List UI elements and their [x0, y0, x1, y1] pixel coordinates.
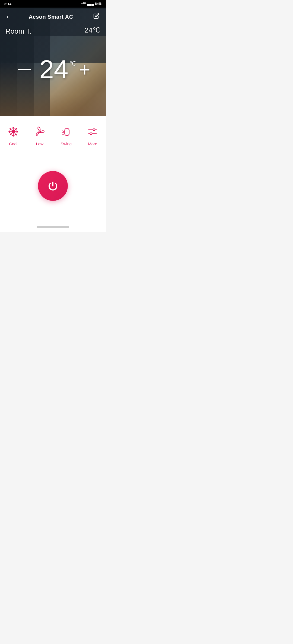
controls-section: Cool Low: [0, 116, 106, 154]
temperature-control-row: 24 ℃ +: [0, 56, 106, 82]
control-low[interactable]: Low: [28, 123, 51, 148]
power-section: [0, 154, 106, 224]
header: ‹ Acson Smart AC: [0, 8, 106, 26]
control-swing[interactable]: Swing: [55, 123, 78, 148]
room-temp-label: Room T.: [5, 27, 31, 36]
edit-button[interactable]: [92, 12, 100, 22]
header-title: Acson Smart AC: [29, 14, 73, 20]
svg-point-21: [39, 131, 41, 133]
power-button[interactable]: [38, 171, 68, 201]
control-cool[interactable]: Cool: [2, 123, 25, 148]
svg-point-29: [90, 133, 92, 135]
time-display: 3:14: [4, 2, 11, 6]
control-more[interactable]: More: [81, 123, 104, 148]
hero-section: ‹ Acson Smart AC Room T. 24℃ 24 ℃ +: [0, 8, 106, 116]
cool-label: Cool: [9, 141, 17, 146]
bottom-indicator: [0, 224, 106, 232]
svg-rect-22: [65, 128, 69, 136]
room-temp-value: 24℃: [85, 26, 100, 34]
edit-icon: [93, 13, 99, 19]
signal-icon: ▄▄▄: [87, 2, 94, 6]
svg-line-23: [63, 131, 64, 132]
sliders-icon: [85, 125, 100, 139]
home-indicator: [37, 226, 69, 228]
temp-decrease-button[interactable]: [13, 66, 37, 73]
cool-icon: [6, 125, 20, 139]
swing-label: Swing: [60, 141, 72, 146]
power-icon: [46, 179, 60, 193]
back-button[interactable]: ‹: [5, 12, 9, 21]
temp-increase-button[interactable]: +: [76, 61, 93, 78]
temp-number: 24: [39, 56, 68, 82]
more-label: More: [88, 141, 97, 146]
temp-display: 24 ℃: [39, 56, 76, 82]
status-icons: +⁴ᴳ ▄▄▄ 64%: [81, 2, 101, 6]
svg-line-25: [63, 134, 64, 135]
fan-icon: [33, 125, 47, 139]
low-label: Low: [36, 141, 43, 146]
svg-point-28: [93, 129, 95, 131]
swing-icon: [59, 125, 73, 139]
battery-icon: 64%: [95, 2, 101, 6]
temp-unit: ℃: [69, 60, 76, 67]
network-icon: +⁴ᴳ: [81, 2, 86, 6]
status-bar: 3:14 +⁴ᴳ ▄▄▄ 64%: [0, 0, 106, 8]
